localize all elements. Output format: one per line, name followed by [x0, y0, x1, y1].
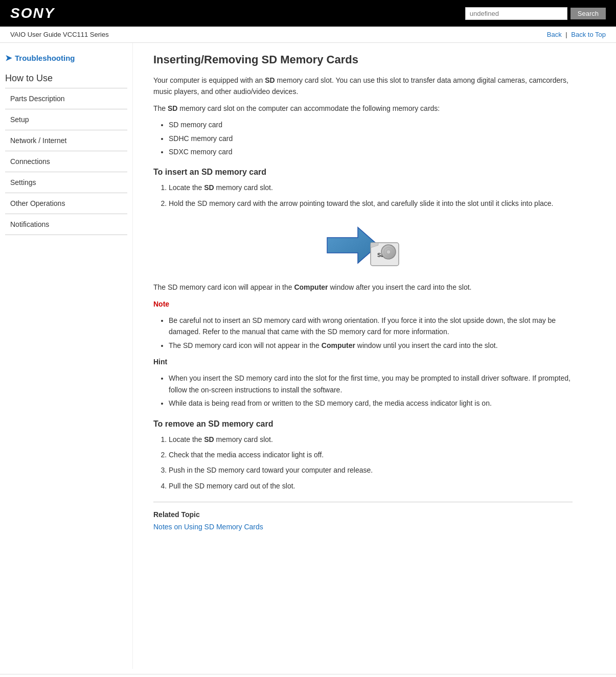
separator: | — [565, 31, 567, 38]
note-item-1: Be careful not to insert an SD memory ca… — [169, 315, 573, 338]
note-label: Note — [153, 298, 573, 310]
insert-step-1: Locate the SD memory card slot. — [169, 182, 573, 193]
related-topic-label: Related Topic — [153, 510, 573, 519]
hint-list: When you insert the SD memory card into … — [169, 372, 573, 409]
sd-bold-1: SD — [265, 76, 275, 84]
sidebar-item-connections[interactable]: Connections — [5, 151, 127, 172]
post-insert-text: The SD memory card icon will appear in t… — [153, 282, 573, 293]
remove-step-4: Pull the SD memory card out of the slot. — [169, 480, 573, 492]
sidebar-item-parts-description[interactable]: Parts Description — [5, 88, 127, 109]
nav-links: Back | Back to Top — [547, 31, 606, 38]
sidebar-link-connections[interactable]: Connections — [5, 151, 127, 172]
sidebar-link-other-operations[interactable]: Other Operations — [5, 193, 127, 214]
sidebar-link-network-internet[interactable]: Network / Internet — [5, 130, 127, 151]
card-type-sdxc: SDXC memory card — [169, 146, 573, 157]
back-to-top-link[interactable]: Back to Top — [571, 31, 606, 38]
how-to-use-header: How to Use — [5, 73, 127, 88]
sidebar-link-notifications[interactable]: Notifications — [5, 214, 127, 235]
back-link[interactable]: Back — [547, 31, 562, 38]
card-type-sd: SD memory card — [169, 119, 573, 130]
remove-step-1: Locate the SD memory card slot. — [169, 434, 573, 445]
card-type-sdhc: SDHC memory card — [169, 133, 573, 144]
hint-label: Hint — [153, 356, 573, 367]
search-input[interactable] — [465, 7, 567, 20]
sd-card-svg: SD — [322, 217, 404, 273]
sidebar-item-notifications[interactable]: Notifications — [5, 214, 127, 235]
breadcrumb-bar: VAIO User Guide VCC111 Series Back | Bac… — [0, 27, 616, 43]
sd-card-illustration: SD — [153, 217, 573, 273]
insert-step-2: Hold the SD memory card with the arrow p… — [169, 198, 573, 209]
troubleshooting-link[interactable]: ➤ Troubleshooting — [5, 53, 127, 63]
sidebar-link-settings[interactable]: Settings — [5, 172, 127, 193]
card-types-list: SD memory card SDHC memory card SDXC mem… — [169, 119, 573, 157]
breadcrumb: VAIO User Guide VCC111 Series — [10, 31, 109, 38]
search-area: Search — [465, 7, 606, 20]
sidebar-item-network-internet[interactable]: Network / Internet — [5, 130, 127, 151]
related-topic-link[interactable]: Notes on Using SD Memory Cards — [153, 523, 263, 531]
computer-bold-1: Computer — [294, 283, 328, 291]
sony-logo: SONY — [10, 5, 55, 21]
sd-bold-2: SD — [168, 104, 177, 112]
troubleshooting-label: Troubleshooting — [15, 54, 75, 62]
sidebar-item-settings[interactable]: Settings — [5, 172, 127, 193]
chevron-right-icon: ➤ — [5, 53, 12, 63]
footer: © 2011 Sony Corporation — [0, 674, 616, 677]
remove-step-2: Check that the media access indicator li… — [169, 449, 573, 460]
sd-bold-3: SD — [204, 183, 214, 192]
sidebar-item-other-operations[interactable]: Other Operations — [5, 193, 127, 214]
remove-step-3: Push in the SD memory card toward your c… — [169, 464, 573, 476]
layout: ➤ Troubleshooting How to Use Parts Descr… — [0, 43, 616, 669]
note-item-2: The SD memory card icon will not appear … — [169, 340, 573, 351]
sidebar-link-parts-description[interactable]: Parts Description — [5, 88, 127, 109]
hint-item-1: When you insert the SD memory card into … — [169, 372, 573, 395]
main-content: Inserting/Removing SD Memory Cards Your … — [133, 43, 593, 669]
page-title: Inserting/Removing SD Memory Cards — [153, 53, 573, 66]
computer-bold-2: Computer — [322, 341, 355, 349]
sidebar-link-setup[interactable]: Setup — [5, 109, 127, 130]
sd-bold-4: SD — [204, 435, 214, 443]
note-list: Be careful not to insert an SD memory ca… — [169, 315, 573, 351]
sidebar-nav: Parts Description Setup Network / Intern… — [5, 88, 127, 235]
search-button[interactable]: Search — [571, 8, 606, 19]
intro-paragraph-2: The SD memory card slot on the computer … — [153, 103, 573, 114]
related-topic-section: Related Topic Notes on Using SD Memory C… — [153, 502, 573, 531]
svg-point-5 — [386, 250, 391, 254]
insert-heading: To insert an SD memory card — [153, 168, 573, 177]
remove-steps-list: Locate the SD memory card slot. Check th… — [169, 434, 573, 492]
sidebar-item-setup[interactable]: Setup — [5, 109, 127, 130]
hint-item-2: While data is being read from or written… — [169, 398, 573, 409]
insert-steps-list: Locate the SD memory card slot. Hold the… — [169, 182, 573, 209]
header: SONY Search — [0, 0, 616, 27]
sidebar: ➤ Troubleshooting How to Use Parts Descr… — [0, 43, 133, 669]
remove-heading: To remove an SD memory card — [153, 419, 573, 429]
intro-paragraph: Your computer is equipped with an SD mem… — [153, 75, 573, 98]
